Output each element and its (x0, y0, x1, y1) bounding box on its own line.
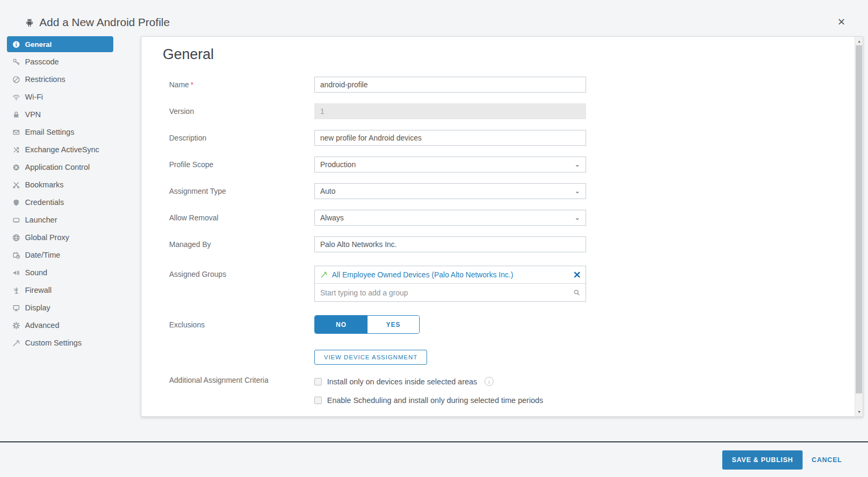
remove-group-icon[interactable] (574, 272, 580, 278)
exclusions-toggle: NO YES (314, 315, 420, 334)
sidebar-item-label: Advanced (25, 321, 60, 330)
settings-sidebar: General Passcode Restrictions Wi-Fi VPN (7, 36, 113, 352)
sync-arrows-icon (12, 146, 20, 154)
panel-scrollbar: ▲ ▼ (855, 37, 863, 416)
sidebar-item-label: Firewall (25, 286, 52, 294)
sidebar-item-display[interactable]: Display (7, 300, 113, 316)
sidebar-item-restrictions[interactable]: Restrictions (7, 71, 113, 87)
gear-icon (12, 322, 20, 330)
version-label: Version (169, 107, 314, 116)
exclusions-yes-option[interactable]: YES (368, 316, 419, 333)
firewall-icon (12, 286, 20, 294)
assigned-group-item: All Employee Owned Devices (Palo Alto Ne… (315, 266, 586, 284)
monitor-icon (12, 304, 20, 312)
sidebar-item-global-proxy[interactable]: Global Proxy (7, 229, 113, 245)
sidebar-item-email-settings[interactable]: Email Settings (7, 124, 113, 140)
sidebar-item-label: Application Control (25, 163, 90, 171)
form-row-description: Description (163, 130, 833, 146)
lock-icon (12, 111, 20, 119)
sidebar-item-general[interactable]: General (7, 36, 113, 52)
allow-removal-label: Allow Removal (169, 213, 314, 222)
allow-removal-select[interactable]: Always ⌄ (314, 210, 586, 226)
info-icon[interactable]: i (485, 377, 494, 386)
close-icon[interactable]: × (833, 14, 850, 31)
form-row-additional-criteria: Additional Assignment Criteria Install o… (163, 376, 833, 405)
selected-value: Always (320, 213, 344, 222)
sidebar-item-label: General (25, 40, 52, 48)
assigned-group-link[interactable]: All Employee Owned Devices (Palo Alto Ne… (332, 270, 570, 279)
page-title: General (163, 46, 833, 63)
managed-by-input[interactable] (314, 236, 586, 252)
form-row-profile-scope: Profile Scope Production ⌄ (163, 157, 833, 172)
group-search-input[interactable] (320, 289, 573, 297)
form-row-assignment-type: Assignment Type Auto ⌄ (163, 183, 833, 199)
assignment-type-label: Assignment Type (169, 187, 314, 195)
sidebar-item-credentials[interactable]: Credentials (7, 194, 113, 210)
form-row-view-device-assignment: VIEW DEVICE ASSIGNMENT (163, 350, 833, 365)
calendar-clock-icon (12, 251, 20, 259)
profile-scope-select[interactable]: Production ⌄ (314, 157, 586, 172)
sidebar-item-label: Restrictions (25, 75, 65, 84)
shield-icon (12, 199, 20, 207)
geofence-checkbox[interactable] (314, 378, 322, 385)
x-circle-icon (12, 163, 20, 171)
scroll-up-arrow[interactable]: ▲ (855, 37, 863, 45)
envelope-icon (12, 128, 20, 136)
exclusions-no-option[interactable]: NO (315, 316, 368, 333)
sidebar-item-label: Credentials (25, 198, 64, 207)
checkbox-label: Install only on devices inside selected … (327, 377, 477, 386)
content-panel: General Name* Version Description Profil… (141, 36, 863, 417)
exclusions-label: Exclusions (169, 320, 314, 329)
sidebar-item-launcher[interactable]: Launcher (7, 212, 113, 228)
sidebar-item-vpn[interactable]: VPN (7, 106, 113, 122)
view-device-assignment-button[interactable]: VIEW DEVICE ASSIGNMENT (314, 350, 427, 365)
scheduling-checkbox[interactable] (314, 397, 322, 404)
form-row-managed-by: Managed By (163, 236, 833, 252)
group-search-row (315, 284, 586, 301)
sidebar-item-label: Global Proxy (25, 233, 69, 242)
sidebar-item-firewall[interactable]: Firewall (7, 282, 113, 298)
sidebar-item-wifi[interactable]: Wi-Fi (7, 89, 113, 105)
chevron-down-icon: ⌄ (574, 215, 580, 220)
assignment-type-select[interactable]: Auto ⌄ (314, 183, 586, 199)
save-publish-button[interactable]: SAVE & PUBLISH (722, 450, 803, 470)
search-icon (573, 289, 580, 296)
chevron-down-icon: ⌄ (574, 188, 580, 194)
assigned-groups-box: All Employee Owned Devices (Palo Alto Ne… (314, 266, 586, 302)
checkbox-row-scheduling: Enable Scheduling and install only durin… (314, 396, 543, 405)
sidebar-item-custom-settings[interactable]: Custom Settings (7, 335, 113, 351)
form-row-name: Name* (163, 77, 833, 93)
info-icon (12, 40, 20, 48)
profile-scope-label: Profile Scope (169, 160, 314, 169)
globe-icon (12, 234, 20, 242)
sidebar-item-advanced[interactable]: Advanced (7, 317, 113, 333)
sidebar-item-label: Exchange ActiveSync (25, 145, 99, 154)
dialog-title: Add a New Android Profile (39, 16, 170, 29)
ban-icon (12, 76, 20, 84)
sidebar-item-label: Date/Time (25, 251, 60, 259)
sidebar-item-exchange-activesync[interactable]: Exchange ActiveSync (7, 142, 113, 158)
sidebar-item-application-control[interactable]: Application Control (7, 159, 113, 175)
form-row-exclusions: Exclusions NO YES (163, 315, 833, 334)
dialog-footer: SAVE & PUBLISH CANCEL (0, 441, 868, 477)
managed-by-label: Managed By (169, 240, 314, 249)
sidebar-item-passcode[interactable]: Passcode (7, 54, 113, 70)
cancel-button[interactable]: CANCEL (812, 456, 842, 464)
scroll-down-arrow[interactable]: ▼ (855, 408, 863, 416)
scrollbar-thumb[interactable] (856, 45, 862, 393)
selected-value: Auto (320, 187, 336, 195)
form-row-allow-removal: Allow Removal Always ⌄ (163, 210, 833, 226)
sidebar-item-label: Custom Settings (25, 339, 81, 347)
sidebar-item-sound[interactable]: Sound (7, 265, 113, 281)
description-input[interactable] (314, 130, 586, 146)
name-label: Name* (169, 80, 314, 89)
sidebar-item-label: Email Settings (25, 128, 74, 136)
version-input (314, 103, 586, 119)
chevron-down-icon: ⌄ (574, 162, 580, 167)
name-input[interactable] (314, 77, 586, 93)
sidebar-item-date-time[interactable]: Date/Time (7, 247, 113, 263)
sidebar-item-bookmarks[interactable]: Bookmarks (7, 177, 113, 193)
form-row-assigned-groups: Assigned Groups All Employee Owned Devic… (163, 266, 833, 302)
checkbox-label: Enable Scheduling and install only durin… (327, 396, 543, 405)
selected-value: Production (320, 160, 356, 169)
